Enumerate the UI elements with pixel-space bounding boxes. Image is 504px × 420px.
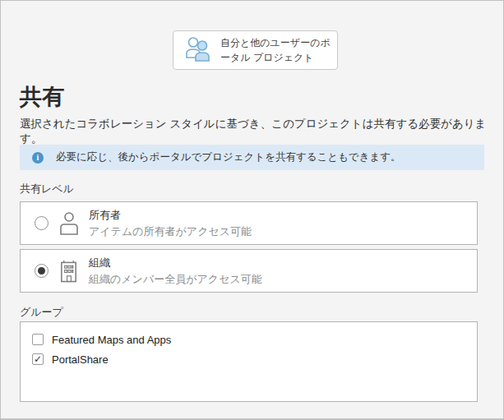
- portal-projects-collab-button[interactable]: 自分と他のユーザーのポータル プロジェクト: [173, 30, 338, 70]
- group-item-portalshare[interactable]: PortalShare: [21, 349, 477, 369]
- organization-radio[interactable]: [35, 264, 49, 278]
- groups-label: グループ: [20, 305, 63, 320]
- owner-option-title: 所有者: [89, 208, 252, 223]
- people-icon: [183, 35, 213, 65]
- info-icon: i: [32, 152, 44, 164]
- info-banner: i 必要に応じ、後からポータルでプロジェクトを共有することもできます。: [20, 145, 484, 170]
- group-item-label: PortalShare: [52, 353, 109, 366]
- person-icon: [58, 211, 80, 236]
- group-item-label: Featured Maps and Apps: [52, 334, 171, 346]
- page-title: 共有: [20, 82, 64, 112]
- groups-listbox[interactable]: Featured Maps and Apps PortalShare: [20, 321, 478, 402]
- owner-option-description: アイテムの所有者がアクセス可能: [89, 224, 252, 239]
- organization-icon: [58, 259, 80, 284]
- info-banner-text: 必要に応じ、後からポータルでプロジェクトを共有することもできます。: [56, 150, 401, 164]
- owner-radio[interactable]: [35, 216, 49, 230]
- group-item-featured-maps-and-apps[interactable]: Featured Maps and Apps: [21, 330, 477, 349]
- share-level-label: 共有レベル: [20, 182, 74, 196]
- collab-button-label: 自分と他のユーザーのポータル プロジェクト: [220, 35, 331, 65]
- group-checkbox[interactable]: [32, 353, 44, 365]
- organization-option-title: 組織: [89, 256, 262, 270]
- page-subtitle: 選択されたコラボレーション スタイルに基づき、このプロジェクトは共有する必要があ…: [20, 117, 504, 146]
- share-level-option-owner[interactable]: 所有者 アイテムの所有者がアクセス可能: [20, 201, 478, 245]
- group-checkbox[interactable]: [32, 334, 44, 345]
- organization-option-description: 組織のメンバー全員がアクセス可能: [89, 272, 262, 287]
- share-level-option-organization[interactable]: 組織 組織のメンバー全員がアクセス可能: [20, 249, 478, 293]
